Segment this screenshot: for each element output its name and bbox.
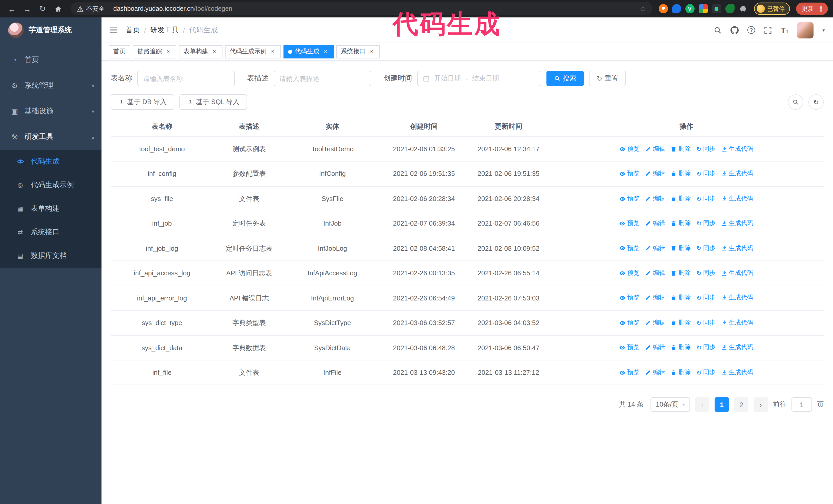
sidebar-item-codegen[interactable]: </> 代码生成 [0, 150, 101, 173]
close-icon[interactable]: × [211, 48, 218, 55]
sync-link[interactable]: ↻ 同步 [696, 243, 715, 254]
extension-leaf-icon[interactable] [725, 4, 734, 13]
forward-icon[interactable]: → [21, 2, 34, 16]
tab[interactable]: 代码生成 × [284, 45, 334, 58]
extension-v-icon[interactable]: V [685, 4, 694, 13]
security-chip[interactable]: 不安全 [77, 4, 104, 13]
sync-link[interactable]: ↻ 同步 [696, 194, 715, 204]
preview-link[interactable]: 预览 [619, 243, 640, 254]
delete-link[interactable]: 删除 [671, 343, 691, 353]
address-bar[interactable]: 不安全 dashboard.yudao.iocoder.cn/tool/code… [71, 2, 652, 16]
logo[interactable]: 芋道管理系统 [0, 18, 101, 43]
table-desc-input[interactable] [274, 71, 371, 86]
help-icon[interactable]: ? [747, 26, 755, 34]
page-button-2[interactable]: 2 [734, 398, 748, 412]
breadcrumb-devtools[interactable]: 研发工具 [150, 25, 179, 34]
extensions-puzzle-icon[interactable] [738, 4, 748, 13]
generate-code-link[interactable]: 生成代码 [721, 218, 753, 229]
home-icon[interactable] [51, 2, 65, 16]
profile-paused-badge[interactable]: 已暂停 [754, 3, 790, 15]
generate-code-link[interactable]: 生成代码 [721, 243, 753, 254]
edit-link[interactable]: 编辑 [645, 268, 665, 279]
delete-link[interactable]: 删除 [671, 293, 691, 303]
user-avatar[interactable] [798, 22, 814, 38]
chrome-update-button[interactable]: 更新 ⋮ [796, 3, 828, 15]
sidebar-item-db-doc[interactable]: ▤ 数据库文档 [0, 244, 101, 268]
edit-link[interactable]: 编辑 [645, 318, 665, 328]
reset-button[interactable]: ↻ 重置 [589, 71, 626, 86]
hamburger-icon[interactable] [110, 26, 118, 34]
close-icon[interactable]: × [368, 48, 375, 55]
preview-link[interactable]: 预览 [619, 318, 640, 328]
close-icon[interactable]: × [322, 48, 329, 55]
generate-code-link[interactable]: 生成代码 [721, 144, 753, 154]
generate-code-link[interactable]: 生成代码 [721, 268, 753, 279]
sync-link[interactable]: ↻ 同步 [696, 318, 715, 328]
delete-link[interactable]: 删除 [671, 368, 691, 378]
tab[interactable]: 表单构建 × [179, 45, 222, 58]
extension-terminal-icon[interactable] [712, 4, 721, 13]
close-icon[interactable]: × [269, 48, 276, 55]
edit-link[interactable]: 编辑 [645, 368, 665, 378]
date-range-input[interactable]: 开始日期 - 结束日期 [417, 71, 541, 86]
sidebar-item-system-api[interactable]: ⇄ 系统接口 [0, 220, 101, 244]
page-size-select[interactable]: 10条/页 ▾ [651, 398, 690, 412]
generate-code-link[interactable]: 生成代码 [721, 194, 753, 204]
generate-code-link[interactable]: 生成代码 [721, 169, 753, 179]
extension-grid-icon[interactable] [698, 4, 708, 13]
edit-link[interactable]: 编辑 [645, 243, 665, 254]
sync-link[interactable]: ↻ 同步 [696, 368, 715, 378]
refresh-table-button[interactable]: ↻ [808, 94, 824, 110]
delete-link[interactable]: 删除 [671, 243, 691, 254]
page-button-1[interactable]: 1 [715, 398, 729, 412]
caret-down-icon[interactable]: ▾ [823, 27, 825, 32]
edit-link[interactable]: 编辑 [645, 218, 665, 229]
preview-link[interactable]: 预览 [619, 194, 640, 204]
back-icon[interactable]: ← [5, 2, 19, 16]
fullscreen-icon[interactable] [764, 26, 772, 34]
tab[interactable]: 系统接口 × [336, 45, 380, 58]
import-db-button[interactable]: 基于 DB 导入 [111, 94, 174, 110]
sidebar-item-codegen-example[interactable]: ◎ 代码生成示例 [0, 173, 101, 197]
kebab-menu-icon[interactable]: ⋮ [818, 5, 824, 13]
preview-link[interactable]: 预览 [619, 368, 640, 378]
edit-link[interactable]: 编辑 [645, 194, 665, 204]
edit-link[interactable]: 编辑 [645, 144, 665, 154]
tab[interactable]: 首页 × [109, 45, 130, 58]
generate-code-link[interactable]: 生成代码 [721, 318, 753, 328]
extension-drop-icon[interactable] [672, 4, 681, 13]
reload-icon[interactable]: ↻ [36, 2, 49, 16]
delete-link[interactable]: 删除 [671, 144, 691, 154]
goto-page-input[interactable] [791, 398, 812, 412]
edit-link[interactable]: 编辑 [645, 169, 665, 179]
delete-link[interactable]: 删除 [671, 318, 691, 328]
edit-link[interactable]: 编辑 [645, 293, 665, 303]
edit-link[interactable]: 编辑 [645, 343, 665, 353]
sync-link[interactable]: ↻ 同步 [696, 144, 715, 154]
sync-link[interactable]: ↻ 同步 [696, 293, 715, 303]
import-sql-button[interactable]: 基于 SQL 导入 [180, 94, 247, 110]
preview-link[interactable]: 预览 [619, 293, 640, 303]
search-button[interactable]: 搜索 [546, 71, 584, 86]
delete-link[interactable]: 删除 [671, 268, 691, 279]
table-name-input[interactable] [137, 71, 235, 86]
bookmark-star-icon[interactable]: ☆ [640, 5, 646, 13]
sync-link[interactable]: ↻ 同步 [696, 343, 715, 353]
sidebar-item-home[interactable]: ◔ 首页 [0, 47, 101, 73]
tab[interactable]: 代码生成示例 × [225, 45, 281, 58]
sidebar-item-system[interactable]: ⚙ 系统管理 ▾ [0, 73, 101, 98]
generate-code-link[interactable]: 生成代码 [721, 293, 753, 303]
font-size-icon[interactable]: TT [781, 26, 789, 34]
tab[interactable]: 链路追踪 × [133, 45, 176, 58]
generate-code-link[interactable]: 生成代码 [721, 343, 753, 353]
close-icon[interactable]: × [165, 48, 172, 55]
delete-link[interactable]: 删除 [671, 218, 691, 229]
delete-link[interactable]: 删除 [671, 194, 691, 204]
extension-fox-icon[interactable] [659, 4, 668, 13]
preview-link[interactable]: 预览 [619, 144, 640, 154]
next-page-button[interactable]: › [754, 398, 768, 412]
sidebar-item-devtools[interactable]: ⚒ 研发工具 ▴ [0, 124, 101, 150]
breadcrumb-home[interactable]: 首页 [125, 25, 140, 34]
sync-link[interactable]: ↻ 同步 [696, 218, 715, 229]
sync-link[interactable]: ↻ 同步 [696, 268, 715, 279]
